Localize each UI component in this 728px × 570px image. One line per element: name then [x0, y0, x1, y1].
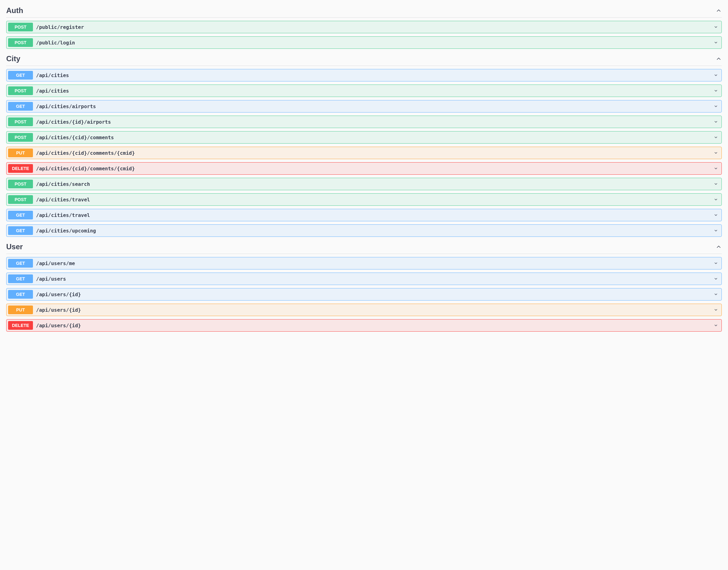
endpoint-path: /api/users — [36, 276, 714, 282]
chevron-down-icon[interactable] — [714, 276, 720, 282]
chevron-down-icon[interactable] — [714, 39, 720, 46]
chevron-down-icon[interactable] — [714, 197, 720, 203]
method-badge-get: GET — [8, 290, 33, 299]
endpoint-path: /api/cities/{cid}/comments/{cmid} — [36, 166, 714, 172]
endpoint-path: /public/login — [36, 40, 714, 46]
endpoint-path: /api/cities/search — [36, 181, 714, 187]
endpoint-path: /api/cities/{id}/airports — [36, 119, 714, 125]
method-badge-delete: DELETE — [8, 321, 33, 330]
method-badge-post: POST — [8, 117, 33, 126]
chevron-down-icon[interactable] — [714, 181, 720, 187]
chevron-down-icon[interactable] — [714, 150, 720, 156]
method-badge-post: POST — [8, 86, 33, 95]
endpoint-row[interactable]: GET/api/users/me — [6, 257, 722, 269]
chevron-down-icon[interactable] — [714, 307, 720, 313]
endpoint-row[interactable]: GET/api/cities/upcoming — [6, 224, 722, 237]
tag-title: City — [6, 54, 20, 63]
tag-section: UserGET/api/users/meGET/api/usersGET/api… — [6, 240, 722, 332]
tag-section: AuthPOST/public/registerPOST/public/logi… — [6, 4, 722, 49]
tag-section: CityGET/api/citiesPOST/api/citiesGET/api… — [6, 52, 722, 237]
endpoint-row[interactable]: DELETE/api/users/{id} — [6, 319, 722, 332]
chevron-down-icon[interactable] — [714, 88, 720, 94]
endpoint-path: /api/users/{id} — [36, 323, 714, 328]
method-badge-get: GET — [8, 259, 33, 268]
method-badge-put: PUT — [8, 305, 33, 314]
endpoint-path: /api/cities/{cid}/comments — [36, 134, 714, 140]
endpoint-row[interactable]: POST/api/cities/{id}/airports — [6, 115, 722, 128]
method-badge-post: POST — [8, 133, 33, 142]
endpoint-row[interactable]: GET/api/users — [6, 273, 722, 285]
chevron-up-icon[interactable] — [716, 244, 722, 250]
method-badge-get: GET — [8, 226, 33, 235]
endpoint-path: /public/register — [36, 24, 714, 30]
tag-header[interactable]: Auth — [6, 4, 722, 18]
chevron-up-icon[interactable] — [716, 56, 722, 62]
chevron-down-icon[interactable] — [714, 103, 720, 109]
method-badge-get: GET — [8, 274, 33, 283]
method-badge-put: PUT — [8, 149, 33, 157]
endpoint-row[interactable]: POST/api/cities/search — [6, 178, 722, 190]
method-badge-post: POST — [8, 23, 33, 31]
endpoint-path: /api/users/{id} — [36, 292, 714, 297]
endpoint-path: /api/cities/upcoming — [36, 228, 714, 234]
method-badge-post: POST — [8, 180, 33, 188]
endpoint-row[interactable]: POST/api/cities/{cid}/comments — [6, 131, 722, 144]
endpoint-row[interactable]: POST/public/register — [6, 21, 722, 33]
tag-title: Auth — [6, 6, 23, 15]
method-badge-get: GET — [8, 102, 33, 111]
chevron-down-icon[interactable] — [714, 322, 720, 328]
chevron-down-icon[interactable] — [714, 291, 720, 297]
tag-header[interactable]: User — [6, 240, 722, 254]
endpoint-path: /api/cities/airports — [36, 103, 714, 109]
method-badge-post: POST — [8, 195, 33, 204]
chevron-down-icon[interactable] — [714, 72, 720, 78]
endpoint-path: /api/users/{id} — [36, 307, 714, 313]
tag-title: User — [6, 242, 23, 251]
chevron-down-icon[interactable] — [714, 165, 720, 172]
endpoint-row[interactable]: PUT/api/cities/{cid}/comments/{cmid} — [6, 147, 722, 159]
method-badge-delete: DELETE — [8, 164, 33, 173]
endpoint-row[interactable]: POST/api/cities/travel — [6, 193, 722, 206]
endpoint-row[interactable]: GET/api/cities — [6, 69, 722, 81]
chevron-down-icon[interactable] — [714, 134, 720, 140]
endpoint-row[interactable]: GET/api/cities/travel — [6, 209, 722, 221]
endpoint-row[interactable]: POST/public/login — [6, 36, 722, 49]
chevron-down-icon[interactable] — [714, 260, 720, 266]
endpoint-row[interactable]: GET/api/users/{id} — [6, 288, 722, 301]
endpoint-path: /api/users/me — [36, 260, 714, 266]
tag-header[interactable]: City — [6, 52, 722, 66]
chevron-down-icon[interactable] — [714, 228, 720, 234]
endpoint-row[interactable]: POST/api/cities — [6, 84, 722, 97]
chevron-up-icon[interactable] — [716, 7, 722, 14]
chevron-down-icon[interactable] — [714, 24, 720, 30]
endpoint-path: /api/cities/travel — [36, 197, 714, 203]
method-badge-post: POST — [8, 38, 33, 47]
endpoint-path: /api/cities/travel — [36, 212, 714, 218]
endpoint-path: /api/cities/{cid}/comments/{cmid} — [36, 150, 714, 156]
method-badge-get: GET — [8, 71, 33, 79]
chevron-down-icon[interactable] — [714, 119, 720, 125]
method-badge-get: GET — [8, 211, 33, 219]
endpoint-path: /api/cities — [36, 88, 714, 94]
endpoint-path: /api/cities — [36, 72, 714, 78]
endpoint-row[interactable]: GET/api/cities/airports — [6, 100, 722, 112]
chevron-down-icon[interactable] — [714, 212, 720, 218]
endpoint-row[interactable]: PUT/api/users/{id} — [6, 304, 722, 316]
endpoint-row[interactable]: DELETE/api/cities/{cid}/comments/{cmid} — [6, 162, 722, 175]
